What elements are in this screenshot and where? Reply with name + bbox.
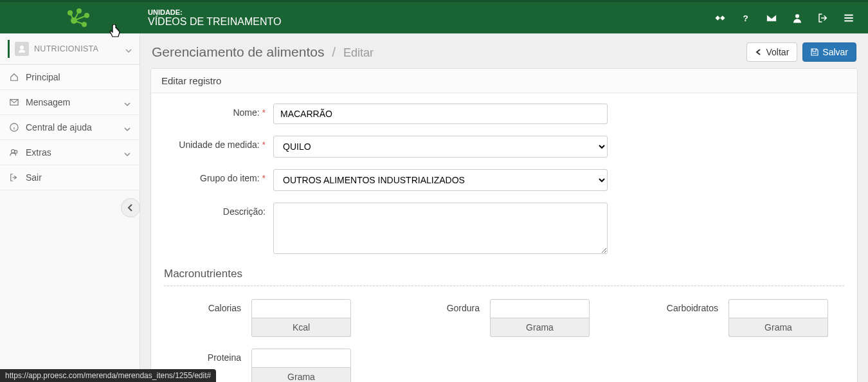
panel-title: Editar registro xyxy=(151,69,857,93)
sidebar-item-principal[interactable]: Principal xyxy=(0,65,140,90)
edit-panel: Editar registro Nome: * Unidade de medid… xyxy=(150,68,858,382)
signout-icon[interactable] xyxy=(811,6,835,30)
fat-label: Gordura xyxy=(402,299,480,313)
save-button-label: Salvar xyxy=(822,47,848,57)
protein-input[interactable] xyxy=(251,349,351,368)
sidebar-item-label: Mensagem xyxy=(26,97,124,107)
handshake-icon[interactable] xyxy=(709,6,732,30)
back-button[interactable]: Voltar xyxy=(746,42,798,62)
page-header: Gerenciamento de alimentos / Editar Volt… xyxy=(140,33,868,68)
avatar-icon xyxy=(15,42,29,56)
logout-icon xyxy=(9,172,19,183)
unit-select[interactable]: QUILO xyxy=(273,136,608,158)
name-label: Nome: * xyxy=(164,104,273,118)
sidebar-item-central-ajuda[interactable]: Central de ajuda xyxy=(0,115,140,140)
calories-input[interactable] xyxy=(251,299,351,318)
calories-unit: Kcal xyxy=(251,318,351,337)
chevron-down-icon xyxy=(124,149,131,156)
divider xyxy=(164,286,844,286)
sidebar-item-label: Extras xyxy=(26,147,124,158)
calories-label: Calorias xyxy=(164,299,241,313)
unit-name: VÍDEOS DE TREINAMENTO xyxy=(148,16,709,28)
description-label: Descrição: xyxy=(164,203,273,217)
back-button-label: Voltar xyxy=(766,47,790,57)
page-subtitle: Editar xyxy=(343,46,374,59)
home-icon xyxy=(9,72,19,82)
group-label: Grupo do item: * xyxy=(164,169,273,183)
sidebar-item-mensagem[interactable]: Mensagem xyxy=(0,90,140,115)
chevron-down-icon xyxy=(124,99,131,105)
page-title: Gerenciamento de alimentos xyxy=(152,44,324,59)
sidebar-item-label: Central de ajuda xyxy=(26,122,124,132)
unit-label: UNIDADE: xyxy=(148,8,709,16)
status-bar: https://app.proesc.com/merenda/merendas_… xyxy=(0,369,216,382)
sidebar: NUTRICIONISTA Principal Mensagem Central… xyxy=(0,33,140,382)
logo[interactable] xyxy=(8,2,148,33)
sidebar-item-sair[interactable]: Sair xyxy=(0,165,140,190)
users-icon xyxy=(9,147,19,158)
breadcrumb: Gerenciamento de alimentos / Editar xyxy=(152,44,374,60)
sidebar-item-extras[interactable]: Extras xyxy=(0,140,140,165)
envelope-icon[interactable] xyxy=(760,6,783,30)
topbar: UNIDADE: VÍDEOS DE TREINAMENTO ? xyxy=(0,0,868,33)
user-icon[interactable] xyxy=(786,6,809,30)
help-icon[interactable]: ? xyxy=(734,6,757,30)
carbs-unit: Grama xyxy=(728,318,828,337)
name-input[interactable] xyxy=(273,104,608,124)
protein-label: Proteina xyxy=(164,349,241,363)
info-icon xyxy=(9,122,19,132)
top-icons: ? xyxy=(709,6,860,30)
unit-measure-label: Unidade de medida: * xyxy=(164,136,273,150)
sidebar-item-label: Principal xyxy=(26,72,131,82)
fat-input[interactable] xyxy=(490,299,590,318)
chevron-down-icon xyxy=(124,124,131,131)
sidebar-item-label: Sair xyxy=(26,172,131,183)
carbs-input[interactable] xyxy=(728,299,828,318)
user-role-label: NUTRICIONISTA xyxy=(34,44,125,53)
svg-text:?: ? xyxy=(743,13,748,23)
carbs-label: Carboidratos xyxy=(641,299,718,313)
cursor-pointer-icon xyxy=(108,24,122,42)
mail-icon xyxy=(9,97,19,107)
chevron-down-icon xyxy=(125,46,132,52)
protein-unit: Grama xyxy=(251,368,351,382)
unit-block: UNIDADE: VÍDEOS DE TREINAMENTO xyxy=(148,8,709,28)
svg-point-10 xyxy=(795,14,799,18)
group-select[interactable]: OUTROS ALIMENTOS INDUSTRIALIZADOS xyxy=(273,169,608,191)
menu-icon[interactable] xyxy=(837,6,860,30)
description-textarea[interactable] xyxy=(273,203,608,254)
macros-section-title: Macronutrientes xyxy=(164,268,844,280)
sidebar-collapse-button[interactable] xyxy=(121,198,140,217)
main-content: Gerenciamento de alimentos / Editar Volt… xyxy=(140,33,868,382)
svg-point-11 xyxy=(20,46,24,50)
fat-unit: Grama xyxy=(490,318,590,337)
save-button[interactable]: Salvar xyxy=(802,42,856,62)
